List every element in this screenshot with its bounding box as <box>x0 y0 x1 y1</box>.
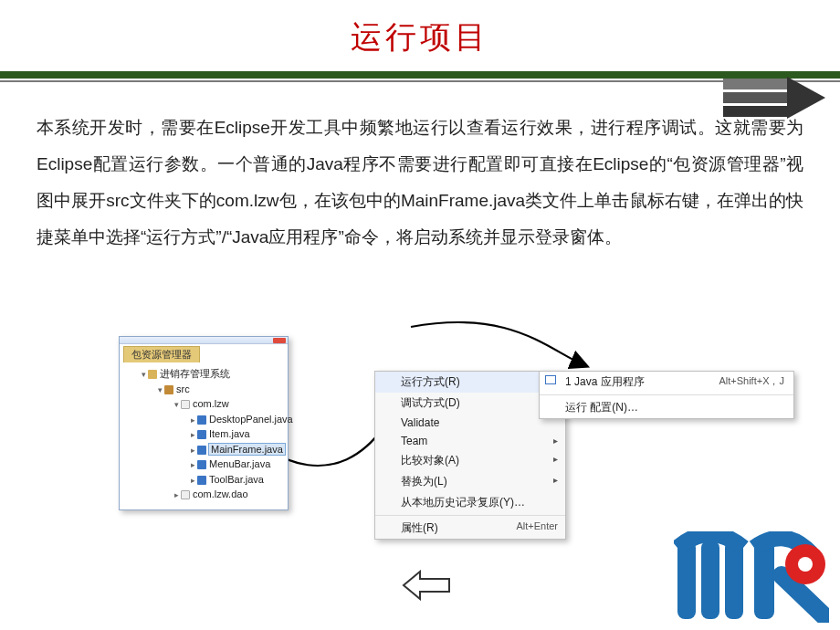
menu-item-validate[interactable]: Validate <box>375 414 565 432</box>
pkg1-label: com.lzw <box>193 398 229 409</box>
java-file-icon <box>197 415 206 425</box>
menu-label: 比较对象(A) <box>401 454 459 467</box>
svg-point-5 <box>798 557 813 572</box>
submenu-label: 运行 配置(N)… <box>565 401 638 414</box>
package-explorer-window: 包资源管理器 进销存管理系统 src com.lzw DesktopPanel.… <box>119 336 289 510</box>
tree-java-file[interactable]: MenuBar.java <box>187 457 282 472</box>
chevron-right-icon: ▸ <box>553 475 558 485</box>
java-file-icon <box>197 476 206 485</box>
submenu-label: 1 Java 应用程序 <box>565 375 645 388</box>
tree-java-file[interactable]: Item.java <box>187 426 282 442</box>
tree-java-file[interactable]: DesktopPanel.java <box>187 412 282 427</box>
menu-item-replace-with[interactable]: 替换为(L)▸ <box>375 471 565 492</box>
menu-label: Validate <box>401 416 439 429</box>
project-label: 进销存管理系统 <box>160 368 230 379</box>
menu-item-run-as[interactable]: 运行方式(R)▸ <box>375 372 565 393</box>
menu-label: Team <box>401 435 427 447</box>
file-label: Item.java <box>209 428 250 439</box>
file-label-selected: MainFrame.java <box>209 444 285 455</box>
folder-icon <box>164 385 173 394</box>
file-label: ToolBar.java <box>209 474 264 485</box>
menu-item-restore-local[interactable]: 从本地历史记录复原(Y)… <box>375 492 565 513</box>
menu-item-compare-with[interactable]: 比较对象(A)▸ <box>375 450 565 471</box>
close-icon[interactable] <box>273 338 286 343</box>
menu-item-properties[interactable]: 属性(R)Alt+Enter <box>375 518 565 539</box>
submenu-item-java-app[interactable]: 1 Java 应用程序Alt+Shift+X，J <box>540 372 793 393</box>
shortcut-label: Alt+Shift+X，J <box>719 374 784 388</box>
tree-java-file-selected[interactable]: MainFrame.java <box>187 442 282 457</box>
body-paragraph: 本系统开发时，需要在Eclipse开发工具中频繁地运行以查看运行效果，进行程序调… <box>0 82 840 256</box>
java-app-icon <box>545 375 556 384</box>
back-arrow-icon[interactable] <box>402 570 451 601</box>
file-label: DesktopPanel.java <box>209 414 293 425</box>
corner-arrow-decoration <box>723 79 833 117</box>
svg-rect-2 <box>725 541 743 619</box>
tree-package-comlzw[interactable]: com.lzw DesktopPanel.java Item.java Main… <box>171 396 282 487</box>
tree-package-dao[interactable]: com.lzw.dao <box>171 487 282 502</box>
menu-label: 属性(R) <box>401 521 438 534</box>
package-icon <box>181 490 190 499</box>
file-label: MenuBar.java <box>209 458 270 469</box>
chevron-right-icon: ▸ <box>553 454 558 464</box>
tree-java-file[interactable]: ToolBar.java <box>187 472 282 488</box>
svg-rect-3 <box>754 541 774 619</box>
mr-logo-icon <box>674 531 829 623</box>
menu-label: 从本地历史记录复原(Y)… <box>401 496 525 509</box>
menu-label: 调试方式(D) <box>401 396 460 409</box>
run-as-submenu: 1 Java 应用程序Alt+Shift+X，J 运行 配置(N)… <box>539 371 794 419</box>
shortcut-label: Alt+Enter <box>516 520 558 531</box>
java-file-icon <box>197 460 206 469</box>
menu-item-debug-as[interactable]: 调试方式(D)▸ <box>375 393 565 414</box>
project-icon <box>148 370 157 379</box>
title-underline-bar <box>0 71 840 79</box>
menu-label: 运行方式(R) <box>401 375 460 388</box>
package-icon <box>181 400 190 409</box>
svg-rect-1 <box>701 541 719 619</box>
menu-separator <box>540 394 793 395</box>
src-label: src <box>176 383 190 394</box>
window-titlebar <box>120 337 288 344</box>
menu-item-team[interactable]: Team▸ <box>375 432 565 450</box>
java-file-icon <box>197 430 206 439</box>
tree-src-folder[interactable]: src com.lzw DesktopPanel.java Item.java … <box>154 382 282 502</box>
slide-title: 运行项目 <box>0 0 840 58</box>
package-explorer-tab[interactable]: 包资源管理器 <box>123 346 200 362</box>
pkg2-label: com.lzw.dao <box>193 488 248 499</box>
submenu-item-run-config[interactable]: 运行 配置(N)… <box>540 397 793 418</box>
menu-label: 替换为(L) <box>401 475 447 488</box>
tree-project[interactable]: 进销存管理系统 src com.lzw DesktopPanel.java It… <box>138 366 282 502</box>
svg-rect-0 <box>677 541 696 619</box>
chevron-right-icon: ▸ <box>553 436 558 446</box>
context-menu: 运行方式(R)▸ 调试方式(D)▸ Validate Team▸ 比较对象(A)… <box>374 371 566 540</box>
menu-separator <box>375 515 565 516</box>
java-file-icon <box>197 446 206 455</box>
